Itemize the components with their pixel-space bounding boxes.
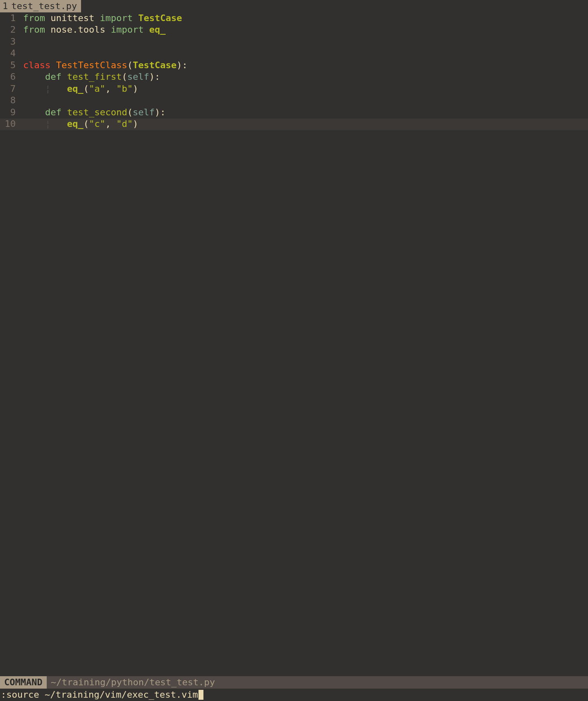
line-number: 9 [0,107,20,119]
file-path: ~/training/python/test_test.py [47,677,219,689]
code-text: from nose.tools import eq_ [20,24,165,36]
code-line[interactable]: 2from nose.tools import eq_ [0,24,588,36]
tab-bar: 1 test_test.py [0,0,588,12]
code-line[interactable]: 5class TestTestClass(TestCase): [0,60,588,72]
line-number: 7 [0,83,20,95]
code-line[interactable]: 8 [0,95,588,107]
code-text: def test_first(self): [20,71,160,83]
code-line[interactable]: 7 ¦ eq_("a", "b") [0,83,588,95]
code-text: from unittest import TestCase [20,12,182,24]
code-line[interactable]: 10 ¦ eq_("c", "d") [0,119,588,131]
line-number: 2 [0,24,20,36]
code-editor[interactable]: 1from unittest import TestCase2from nose… [0,12,588,676]
code-line[interactable]: 4 [0,48,588,60]
buffer-tab[interactable]: 1 test_test.py [0,0,81,12]
code-line[interactable]: 6 def test_first(self): [0,72,588,83]
cursor-icon [198,690,203,700]
line-number: 3 [0,36,20,48]
status-line: COMMAND ~/training/python/test_test.py [0,676,588,689]
code-line[interactable]: 3 [0,36,588,48]
code-line[interactable]: 1from unittest import TestCase [0,12,588,24]
tab-index: 1 [2,0,8,12]
line-number: 8 [0,95,20,107]
code-text: ¦ eq_("c", "d") [20,118,138,130]
code-text: ¦ eq_("a", "b") [20,83,138,95]
command-line[interactable]: :source ~/training/vim/exec_test.vim [0,689,588,701]
command-text: source ~/training/vim/exec_test.vim [6,689,198,701]
code-text: class TestTestClass(TestCase): [20,60,187,72]
line-number: 10 [0,118,20,130]
line-number: 5 [0,60,20,72]
code-line[interactable]: 9 def test_second(self): [0,107,588,119]
line-number: 4 [0,48,20,60]
command-prefix: : [1,689,6,701]
tab-filename: test_test.py [11,0,77,12]
code-text: def test_second(self): [20,107,165,119]
mode-indicator: COMMAND [0,676,47,689]
line-number: 6 [0,71,20,83]
line-number: 1 [0,12,20,24]
